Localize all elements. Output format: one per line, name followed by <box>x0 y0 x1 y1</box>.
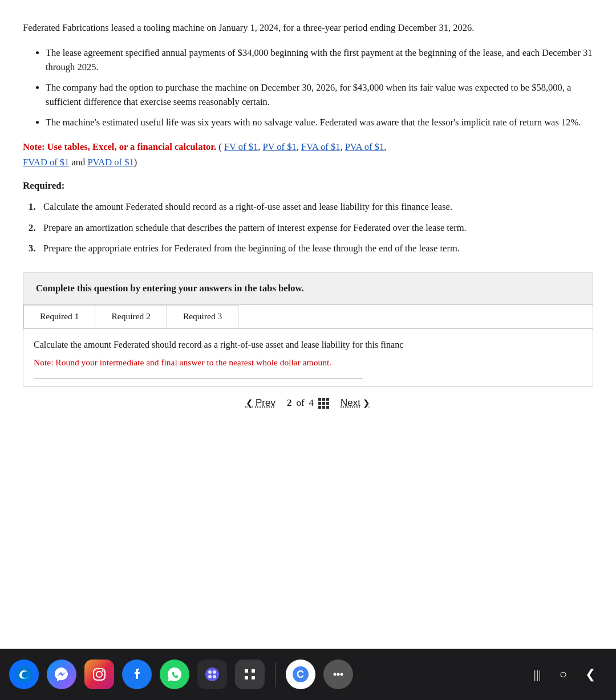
next-button[interactable]: Next <box>341 397 370 409</box>
tab-required-1[interactable]: Required 1 <box>23 305 95 328</box>
fvad-link[interactable]: FVAD of $1 <box>23 157 69 168</box>
taskbar-nav: ||| ○ ❮ <box>361 667 607 682</box>
required-heading: Required: <box>23 180 593 192</box>
bullet-item-1: The lease agreement specified annual pay… <box>46 46 593 75</box>
fv-link[interactable]: FV of $1 <box>224 141 258 152</box>
tab-content: Calculate the amount Federated should re… <box>23 329 593 386</box>
svg-point-2 <box>96 671 102 677</box>
taskbar-edge-icon[interactable] <box>9 660 39 689</box>
current-page: 2 <box>287 397 292 409</box>
bullet-item-3: The machine's estimated useful life was … <box>46 115 593 130</box>
svg-text:C: C <box>297 669 304 680</box>
svg-rect-10 <box>252 669 255 673</box>
bullet-item-2: The company had the option to purchase t… <box>46 80 593 109</box>
prev-button[interactable]: Prev <box>246 397 275 409</box>
svg-point-5 <box>208 670 212 674</box>
svg-rect-11 <box>245 676 248 679</box>
tabs-header: Required 1 Required 2 Required 3 <box>23 305 593 329</box>
taskbar-menu-icon[interactable]: ||| <box>533 667 541 682</box>
taskbar-facebook-icon[interactable] <box>122 660 152 689</box>
taskbar-chrome-icon[interactable]: C <box>286 660 315 689</box>
req-text-3: Prepare the appropriate entries for Fede… <box>43 241 460 256</box>
taskbar-back-icon[interactable]: ❮ <box>585 667 595 682</box>
prev-label: Prev <box>256 397 275 409</box>
taskbar-home-icon[interactable]: ○ <box>560 667 567 682</box>
bullet-list: The lease agreement specified annual pay… <box>46 46 593 130</box>
taskbar-divider <box>275 662 275 687</box>
req-text-2: Prepare an amortization schedule that de… <box>43 221 467 235</box>
total-pages: 4 <box>309 397 314 409</box>
note-section: Note: Use tables, Excel, or a financial … <box>23 140 593 170</box>
req-num-3: 3. <box>29 241 39 256</box>
svg-rect-12 <box>252 676 255 679</box>
svg-point-4 <box>205 668 219 681</box>
svg-point-16 <box>337 673 340 676</box>
next-label: Next <box>341 397 360 409</box>
taskbar-dots-icon[interactable] <box>323 660 353 689</box>
tab-required-2[interactable]: Required 2 <box>95 305 167 328</box>
svg-point-6 <box>213 670 216 674</box>
taskbar-apps-icon[interactable] <box>235 660 265 689</box>
svg-point-8 <box>213 675 216 678</box>
note-bold-text: Note: Use tables, Excel, or a financial … <box>23 141 216 152</box>
fva-link[interactable]: FVA of $1 <box>301 141 340 152</box>
svg-rect-9 <box>245 669 248 673</box>
taskbar-messenger-icon[interactable] <box>47 660 76 689</box>
taskbar: C ||| ○ ❮ <box>0 649 616 700</box>
tab-required-3[interactable]: Required 3 <box>167 305 238 328</box>
svg-point-0 <box>15 666 33 683</box>
question-box-text: Complete this question by entering your … <box>36 283 304 294</box>
note-links-prefix: ( <box>218 141 222 152</box>
pva-link[interactable]: PVA of $1 <box>345 141 384 152</box>
taskbar-whatsapp-icon[interactable] <box>160 660 189 689</box>
pvad-link[interactable]: PVAD of $1 <box>87 157 133 168</box>
page-of-label: of <box>296 397 304 409</box>
grid-icon[interactable] <box>318 398 329 409</box>
chevron-right-icon <box>363 397 370 409</box>
req-text-1: Calculate the amount Federated should re… <box>43 200 452 214</box>
question-box: Complete this question by entering your … <box>23 272 593 305</box>
intro-paragraph: Federated Fabrications leased a tooling … <box>23 21 593 35</box>
svg-point-17 <box>341 673 343 676</box>
taskbar-altstore-icon[interactable] <box>197 660 227 689</box>
taskbar-instagram-icon[interactable] <box>84 660 114 689</box>
required-item-3: 3. Prepare the appropriate entries for F… <box>29 241 593 256</box>
chevron-left-icon <box>246 397 253 409</box>
svg-point-7 <box>208 675 212 678</box>
tab-content-main-text: Calculate the amount Federated should re… <box>34 338 582 352</box>
required-item-1: 1. Calculate the amount Federated should… <box>29 200 593 214</box>
required-list: 1. Calculate the amount Federated should… <box>29 200 593 256</box>
tab-content-note-text: Note: Round your intermediate and final … <box>34 356 582 369</box>
svg-point-3 <box>102 670 104 672</box>
content-divider <box>34 378 363 379</box>
pagination-area: Prev 2 of 4 Next <box>23 387 593 422</box>
pv-link[interactable]: PV of $1 <box>262 141 296 152</box>
required-item-2: 2. Prepare an amortization schedule that… <box>29 221 593 235</box>
page-info: 2 of 4 <box>287 397 329 409</box>
tabs-area: Required 1 Required 2 Required 3 Calcula… <box>23 305 593 387</box>
main-content: Federated Fabrications leased a tooling … <box>0 0 616 649</box>
svg-point-15 <box>334 673 337 676</box>
req-num-2: 2. <box>29 221 39 235</box>
req-num-1: 1. <box>29 200 39 214</box>
